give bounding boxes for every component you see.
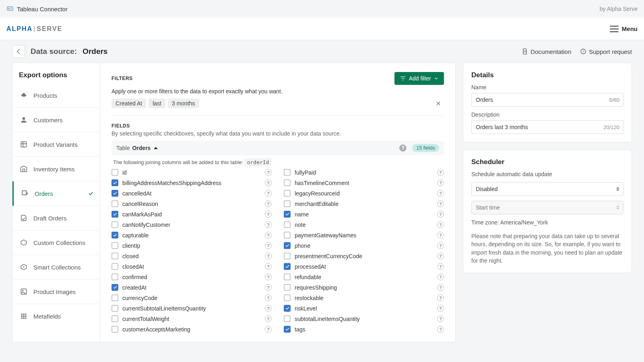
field-checkbox[interactable]	[284, 190, 291, 197]
sidebar-item-draft-orders[interactable]: Draft Orders	[12, 206, 100, 230]
field-checkbox[interactable]	[111, 305, 118, 312]
field-help-icon[interactable]: ?	[265, 284, 272, 291]
sidebar-item-product-images[interactable]: Product Images	[12, 280, 100, 304]
field-help-icon[interactable]: ?	[265, 294, 272, 301]
filter-chip[interactable]: 3 months	[168, 99, 199, 108]
field-help-icon[interactable]: ?	[265, 305, 272, 312]
field-help-icon[interactable]: ?	[437, 232, 444, 239]
field-help-icon[interactable]: ?	[265, 190, 272, 197]
field-checkbox[interactable]	[111, 169, 118, 176]
field-checkbox[interactable]	[284, 179, 291, 186]
field-label: capturable	[122, 232, 261, 239]
field-checkbox[interactable]	[111, 284, 118, 291]
sidebar-item-smart-collections[interactable]: Smart Collections	[12, 255, 100, 280]
start-time-input[interactable]	[471, 201, 623, 214]
field-help-icon[interactable]: ?	[265, 253, 272, 259]
field-checkbox[interactable]	[284, 326, 291, 333]
back-button[interactable]	[12, 45, 25, 58]
field-checkbox[interactable]	[284, 242, 291, 249]
description-input[interactable]	[471, 120, 623, 134]
field-help-icon[interactable]: ?	[437, 326, 444, 333]
field-help-icon[interactable]: ?	[265, 179, 272, 186]
field-checkbox[interactable]	[284, 274, 291, 280]
table-label: Table	[116, 145, 130, 151]
field-checkbox[interactable]	[111, 294, 118, 301]
support-link[interactable]: ? Support request	[580, 48, 632, 55]
field-checkbox[interactable]	[284, 211, 291, 218]
field-checkbox[interactable]	[111, 221, 118, 228]
sidebar-icon	[20, 263, 28, 271]
sidebar-icon	[20, 239, 28, 247]
field-checkbox[interactable]	[284, 284, 291, 291]
field-help-icon[interactable]: ?	[437, 253, 444, 259]
field-checkbox[interactable]	[284, 253, 291, 259]
select-caret-icon	[616, 187, 619, 191]
field-help-icon[interactable]: ?	[437, 274, 444, 280]
field-checkbox[interactable]	[111, 326, 118, 333]
filter-chip[interactable]: Created At	[111, 99, 146, 108]
sidebar-icon	[20, 312, 28, 320]
content-area: Export options ProductsCustomersProduct …	[0, 63, 644, 354]
field-checkbox[interactable]	[111, 242, 118, 249]
field-help-icon[interactable]: ?	[437, 179, 444, 186]
field-help-icon[interactable]: ?	[437, 190, 444, 197]
field-help-icon[interactable]: ?	[437, 221, 444, 228]
field-help-icon[interactable]: ?	[437, 263, 444, 270]
field-help-icon[interactable]: ?	[265, 221, 272, 228]
documentation-link[interactable]: Documentation	[522, 48, 571, 55]
sidebar-icon	[20, 288, 28, 296]
field-help-icon[interactable]: ?	[265, 211, 272, 218]
sidebar-item-custom-collections[interactable]: Custom Collections	[12, 230, 100, 255]
field-checkbox[interactable]	[284, 221, 291, 228]
field-checkbox[interactable]	[284, 169, 291, 176]
field-help-icon[interactable]: ?	[265, 242, 272, 249]
field-checkbox[interactable]	[111, 211, 118, 218]
field-help-icon[interactable]: ?	[265, 326, 272, 333]
field-row: currentSubtotalLineItemsQuantity?	[111, 304, 272, 312]
menu-button[interactable]: Menu	[610, 25, 638, 32]
field-help-icon[interactable]: ?	[437, 242, 444, 249]
field-help-icon[interactable]: ?	[265, 200, 272, 207]
field-help-icon[interactable]: ?	[437, 211, 444, 218]
field-help-icon[interactable]: ?	[437, 294, 444, 301]
table-header[interactable]: Table Orders ? 15 fields	[111, 141, 444, 155]
field-help-icon[interactable]: ?	[265, 263, 272, 270]
sidebar-item-products[interactable]: Products	[12, 83, 100, 108]
filter-chip[interactable]: last	[149, 99, 165, 108]
sidebar-item-customers[interactable]: Customers	[12, 108, 100, 132]
field-help-icon[interactable]: ?	[265, 232, 272, 239]
field-checkbox[interactable]	[284, 232, 291, 239]
field-checkbox[interactable]	[111, 315, 118, 322]
name-input[interactable]	[471, 93, 623, 107]
field-help-icon[interactable]: ?	[437, 200, 444, 207]
remove-filter-button[interactable]: ×	[433, 99, 444, 108]
field-checkbox[interactable]	[111, 253, 118, 259]
field-checkbox[interactable]	[284, 305, 291, 312]
field-checkbox[interactable]	[284, 315, 291, 322]
field-checkbox[interactable]	[284, 200, 291, 207]
field-checkbox[interactable]	[284, 263, 291, 270]
sidebar-item-orders[interactable]: Orders	[12, 181, 100, 206]
table-help-icon[interactable]: ?	[399, 144, 407, 152]
field-help-icon[interactable]: ?	[265, 274, 272, 280]
field-help-icon[interactable]: ?	[437, 315, 444, 322]
field-checkbox[interactable]	[284, 294, 291, 301]
field-help-icon[interactable]: ?	[265, 169, 272, 176]
sidebar-item-label: Product Variants	[33, 141, 78, 148]
field-row: riskLevel?	[284, 304, 444, 312]
sidebar-item-metafields[interactable]: Metafields	[12, 304, 100, 328]
field-help-icon[interactable]: ?	[437, 305, 444, 312]
field-checkbox[interactable]	[111, 274, 118, 280]
add-filter-button[interactable]: Add filter	[394, 72, 444, 85]
field-help-icon[interactable]: ?	[437, 284, 444, 291]
sidebar-item-inventory-items[interactable]: Inventory Items	[12, 157, 100, 181]
field-help-icon[interactable]: ?	[437, 169, 444, 176]
sidebar-item-product-variants[interactable]: Product Variants	[12, 132, 100, 157]
field-checkbox[interactable]	[111, 179, 118, 186]
field-checkbox[interactable]	[111, 263, 118, 270]
field-help-icon[interactable]: ?	[265, 315, 272, 322]
scheduler-mode-select[interactable]	[471, 182, 623, 196]
field-checkbox[interactable]	[111, 232, 118, 239]
field-checkbox[interactable]	[111, 200, 118, 207]
field-checkbox[interactable]	[111, 190, 118, 197]
